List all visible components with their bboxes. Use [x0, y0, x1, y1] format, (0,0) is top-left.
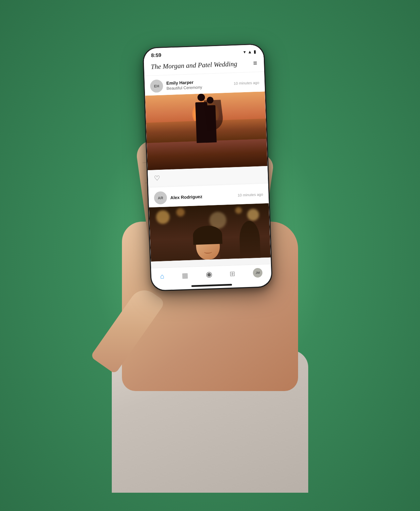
like-button-1[interactable]: ♡ — [153, 173, 161, 183]
wedding-scene — [145, 91, 267, 170]
app-title: The Morgan and Patel Wedding — [151, 60, 237, 71]
post-meta-1: Emily Harper Beautiful Ceremony — [166, 79, 231, 91]
person-silhouette-right — [239, 221, 260, 259]
bokeh-light — [156, 210, 170, 224]
face-smile — [204, 250, 212, 254]
bokeh-light — [235, 207, 242, 214]
bride-silhouette — [205, 105, 217, 143]
eye-right — [211, 239, 213, 241]
smartphone: 8:59 ▾ ▲ ▮ The Morgan and Patel Wedding … — [142, 43, 273, 291]
eye-left — [202, 239, 205, 241]
signal-icon: ▲ — [248, 49, 252, 54]
battery-icon: ▮ — [254, 49, 256, 54]
profile-avatar: JM — [253, 268, 262, 278]
home-icon: ⌂ — [160, 272, 164, 280]
sand — [147, 139, 268, 170]
nav-item-home[interactable]: ⌂ — [160, 272, 164, 280]
post-time-2: 10 minutes ago — [237, 192, 263, 197]
bottom-nav: ⌂ ▦ ◉ ⊞ JM — [151, 264, 272, 287]
nav-item-qr[interactable]: ⊞ — [230, 269, 236, 278]
post-author-2: Alex Rodriguez — [170, 193, 234, 200]
phone-wrapper: 8:59 ▾ ▲ ▮ The Morgan and Patel Wedding … — [142, 43, 273, 291]
avatar-emily: EH — [150, 79, 163, 93]
face-oval — [195, 230, 220, 260]
gallery-icon: ▦ — [182, 271, 188, 280]
menu-icon[interactable]: ≡ — [253, 59, 257, 67]
post-card-2: AR Alex Rodriguez 10 minutes ago — [148, 184, 271, 262]
phone-screen: 8:59 ▾ ▲ ▮ The Morgan and Patel Wedding … — [143, 44, 272, 290]
bokeh-light — [247, 209, 259, 221]
status-icons: ▾ ▲ ▮ — [244, 49, 256, 55]
post-time-1: 10 minutes ago — [234, 81, 259, 86]
feed: EH Emily Harper Beautiful Ceremony 10 mi… — [144, 72, 271, 268]
qr-icon: ⊞ — [230, 269, 236, 278]
status-time: 8:59 — [151, 52, 162, 58]
hand-scene: 8:59 ▾ ▲ ▮ The Morgan and Patel Wedding … — [58, 18, 362, 493]
nav-item-gallery[interactable]: ▦ — [182, 271, 188, 280]
crowd — [150, 224, 271, 262]
face-hair — [193, 225, 223, 245]
reception-scene — [149, 203, 271, 262]
camera-icon: ◉ — [206, 270, 212, 279]
wifi-icon: ▾ — [244, 49, 246, 55]
post-meta-2: Alex Rodriguez — [170, 193, 234, 200]
nav-item-camera[interactable]: ◉ — [206, 270, 212, 279]
bokeh-light — [176, 208, 185, 217]
couple-silhouette — [195, 102, 217, 143]
post-image-2[interactable] — [149, 203, 271, 262]
post-card-1: EH Emily Harper Beautiful Ceremony 10 mi… — [144, 72, 268, 186]
nav-item-profile[interactable]: JM — [253, 268, 262, 278]
post-image-1[interactable] — [145, 91, 267, 170]
avatar-alex: AR — [154, 191, 167, 204]
woman-face — [195, 230, 220, 260]
